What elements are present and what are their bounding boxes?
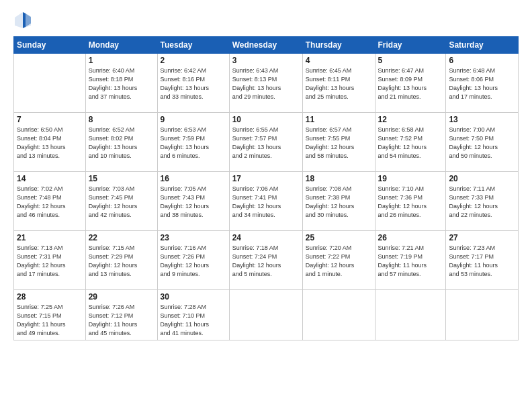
day-number: 24: [232, 233, 300, 242]
calendar-week-row: 28Sunrise: 7:25 AM Sunset: 7:15 PM Dayli…: [14, 290, 519, 340]
calendar-cell: 11Sunrise: 6:57 AM Sunset: 7:55 PM Dayli…: [302, 113, 375, 172]
day-number: 17: [232, 174, 300, 183]
day-info: Sunrise: 6:40 AM Sunset: 8:18 PM Dayligh…: [89, 66, 154, 101]
calendar-header-saturday: Saturday: [446, 37, 519, 54]
calendar-header-friday: Friday: [375, 37, 446, 54]
day-info: Sunrise: 6:52 AM Sunset: 8:02 PM Dayligh…: [89, 126, 154, 161]
calendar-cell: 10Sunrise: 6:55 AM Sunset: 7:57 PM Dayli…: [229, 113, 302, 172]
calendar-cell: 4Sunrise: 6:45 AM Sunset: 8:11 PM Daylig…: [302, 54, 375, 113]
calendar-cell: 27Sunrise: 7:23 AM Sunset: 7:17 PM Dayli…: [446, 231, 519, 290]
day-number: 18: [306, 174, 372, 183]
calendar-cell: 24Sunrise: 7:18 AM Sunset: 7:24 PM Dayli…: [229, 231, 302, 290]
calendar-header-tuesday: Tuesday: [157, 37, 229, 54]
calendar-header-monday: Monday: [85, 37, 157, 54]
calendar-cell: 3Sunrise: 6:43 AM Sunset: 8:13 PM Daylig…: [229, 54, 302, 113]
day-info: Sunrise: 7:13 AM Sunset: 7:31 PM Dayligh…: [17, 244, 83, 279]
day-info: Sunrise: 7:25 AM Sunset: 7:15 PM Dayligh…: [17, 303, 83, 338]
calendar-cell: 23Sunrise: 7:16 AM Sunset: 7:26 PM Dayli…: [157, 231, 229, 290]
day-info: Sunrise: 7:26 AM Sunset: 7:12 PM Dayligh…: [89, 303, 154, 338]
day-number: 20: [449, 174, 515, 183]
calendar-cell: 25Sunrise: 7:20 AM Sunset: 7:22 PM Dayli…: [302, 231, 375, 290]
calendar-cell: [375, 290, 446, 340]
page: SundayMondayTuesdayWednesdayThursdayFrid…: [0, 0, 532, 411]
calendar-week-row: 1Sunrise: 6:40 AM Sunset: 8:18 PM Daylig…: [14, 54, 519, 113]
day-number: 8: [89, 115, 154, 124]
day-info: Sunrise: 6:47 AM Sunset: 8:09 PM Dayligh…: [378, 66, 443, 101]
calendar-cell: 9Sunrise: 6:53 AM Sunset: 7:59 PM Daylig…: [157, 113, 229, 172]
calendar-cell: 5Sunrise: 6:47 AM Sunset: 8:09 PM Daylig…: [375, 54, 446, 113]
day-info: Sunrise: 7:02 AM Sunset: 7:48 PM Dayligh…: [17, 185, 83, 220]
day-info: Sunrise: 7:28 AM Sunset: 7:10 PM Dayligh…: [161, 303, 226, 338]
day-info: Sunrise: 6:45 AM Sunset: 8:11 PM Dayligh…: [306, 66, 372, 101]
calendar-cell: 15Sunrise: 7:03 AM Sunset: 7:45 PM Dayli…: [85, 172, 157, 231]
calendar-cell: 22Sunrise: 7:15 AM Sunset: 7:29 PM Dayli…: [85, 231, 157, 290]
calendar-header-row: SundayMondayTuesdayWednesdayThursdayFrid…: [14, 37, 519, 54]
logo: [13, 11, 35, 30]
day-number: 28: [17, 292, 83, 302]
calendar-header-wednesday: Wednesday: [229, 37, 302, 54]
calendar-header-thursday: Thursday: [302, 37, 375, 54]
calendar-week-row: 21Sunrise: 7:13 AM Sunset: 7:31 PM Dayli…: [14, 231, 519, 290]
calendar-cell: 6Sunrise: 6:48 AM Sunset: 8:06 PM Daylig…: [446, 54, 519, 113]
day-info: Sunrise: 6:55 AM Sunset: 7:57 PM Dayligh…: [232, 126, 300, 161]
day-number: 2: [161, 56, 226, 65]
day-number: 27: [449, 233, 515, 242]
day-info: Sunrise: 7:11 AM Sunset: 7:33 PM Dayligh…: [449, 185, 515, 220]
calendar-table: SundayMondayTuesdayWednesdayThursdayFrid…: [13, 36, 519, 340]
calendar-cell: 7Sunrise: 6:50 AM Sunset: 8:04 PM Daylig…: [14, 113, 86, 172]
calendar-cell: 17Sunrise: 7:06 AM Sunset: 7:41 PM Dayli…: [229, 172, 302, 231]
day-info: Sunrise: 7:20 AM Sunset: 7:22 PM Dayligh…: [306, 244, 372, 279]
day-info: Sunrise: 7:15 AM Sunset: 7:29 PM Dayligh…: [89, 244, 154, 279]
day-number: 14: [17, 174, 83, 183]
logo-icon: [13, 11, 32, 30]
day-number: 12: [378, 115, 443, 124]
day-number: 16: [161, 174, 226, 183]
calendar-cell: 12Sunrise: 6:58 AM Sunset: 7:52 PM Dayli…: [375, 113, 446, 172]
calendar-cell: 18Sunrise: 7:08 AM Sunset: 7:38 PM Dayli…: [302, 172, 375, 231]
calendar-week-row: 14Sunrise: 7:02 AM Sunset: 7:48 PM Dayli…: [14, 172, 519, 231]
calendar-cell: 28Sunrise: 7:25 AM Sunset: 7:15 PM Dayli…: [14, 290, 86, 340]
day-info: Sunrise: 7:00 AM Sunset: 7:50 PM Dayligh…: [449, 126, 515, 161]
calendar-header-sunday: Sunday: [14, 37, 86, 54]
day-info: Sunrise: 6:57 AM Sunset: 7:55 PM Dayligh…: [306, 126, 372, 161]
day-info: Sunrise: 7:05 AM Sunset: 7:43 PM Dayligh…: [161, 185, 226, 220]
calendar-cell: [302, 290, 375, 340]
day-number: 29: [89, 292, 154, 302]
day-number: 10: [232, 115, 300, 124]
day-number: 30: [161, 292, 226, 302]
day-number: 13: [449, 115, 515, 124]
calendar-cell: [229, 290, 302, 340]
calendar-cell: 2Sunrise: 6:42 AM Sunset: 8:16 PM Daylig…: [157, 54, 229, 113]
day-number: 23: [161, 233, 226, 242]
svg-marker-2: [23, 12, 26, 28]
calendar-cell: 14Sunrise: 7:02 AM Sunset: 7:48 PM Dayli…: [14, 172, 86, 231]
day-number: 15: [89, 174, 154, 183]
day-number: 22: [89, 233, 154, 242]
day-number: 25: [306, 233, 372, 242]
calendar-cell: 8Sunrise: 6:52 AM Sunset: 8:02 PM Daylig…: [85, 113, 157, 172]
day-number: 7: [17, 115, 83, 124]
day-info: Sunrise: 6:42 AM Sunset: 8:16 PM Dayligh…: [161, 66, 226, 101]
day-number: 26: [378, 233, 443, 242]
day-info: Sunrise: 6:53 AM Sunset: 7:59 PM Dayligh…: [161, 126, 226, 161]
day-number: 19: [378, 174, 443, 183]
day-info: Sunrise: 7:08 AM Sunset: 7:38 PM Dayligh…: [306, 185, 372, 220]
day-info: Sunrise: 7:03 AM Sunset: 7:45 PM Dayligh…: [89, 185, 154, 220]
header: [13, 11, 519, 30]
day-info: Sunrise: 6:58 AM Sunset: 7:52 PM Dayligh…: [378, 126, 443, 161]
day-info: Sunrise: 6:43 AM Sunset: 8:13 PM Dayligh…: [232, 66, 300, 101]
day-info: Sunrise: 7:16 AM Sunset: 7:26 PM Dayligh…: [161, 244, 226, 279]
calendar-cell: 19Sunrise: 7:10 AM Sunset: 7:36 PM Dayli…: [375, 172, 446, 231]
day-info: Sunrise: 7:10 AM Sunset: 7:36 PM Dayligh…: [378, 185, 443, 220]
calendar-cell: 26Sunrise: 7:21 AM Sunset: 7:19 PM Dayli…: [375, 231, 446, 290]
day-info: Sunrise: 6:48 AM Sunset: 8:06 PM Dayligh…: [449, 66, 515, 101]
day-number: 9: [161, 115, 226, 124]
day-info: Sunrise: 7:06 AM Sunset: 7:41 PM Dayligh…: [232, 185, 300, 220]
calendar-cell: 13Sunrise: 7:00 AM Sunset: 7:50 PM Dayli…: [446, 113, 519, 172]
day-number: 5: [378, 56, 443, 65]
day-number: 1: [89, 56, 154, 65]
day-info: Sunrise: 7:23 AM Sunset: 7:17 PM Dayligh…: [449, 244, 515, 279]
calendar-cell: 20Sunrise: 7:11 AM Sunset: 7:33 PM Dayli…: [446, 172, 519, 231]
calendar-cell: [446, 290, 519, 340]
calendar-cell: 30Sunrise: 7:28 AM Sunset: 7:10 PM Dayli…: [157, 290, 229, 340]
